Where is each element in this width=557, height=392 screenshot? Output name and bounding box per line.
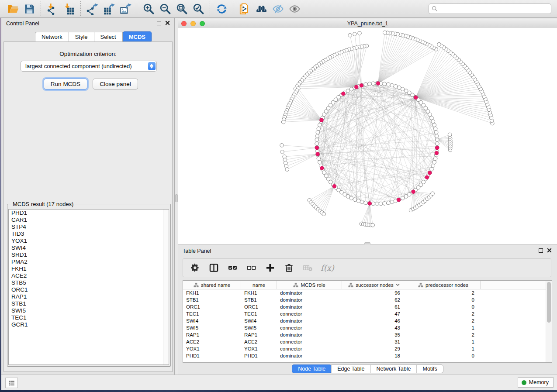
show-hidden-button[interactable] xyxy=(286,1,303,16)
trash-icon xyxy=(284,263,294,273)
network-canvas[interactable] xyxy=(178,28,557,244)
float-table-panel-icon[interactable] xyxy=(539,248,543,253)
find-neighbors-button[interactable] xyxy=(253,1,270,16)
refresh-layout-button[interactable] xyxy=(213,1,230,16)
mcds-result-item[interactable]: ORC1 xyxy=(9,286,169,293)
column-header-successor-nodes[interactable]: successor nodes xyxy=(342,281,406,289)
mcds-result-item[interactable]: FKH1 xyxy=(9,265,169,272)
mcds-list-scrollbar[interactable] xyxy=(163,210,169,364)
hide-selected-button[interactable] xyxy=(270,1,286,16)
export-image-button[interactable] xyxy=(117,1,134,16)
table-scrollbar[interactable] xyxy=(546,281,552,362)
cell-name: PHD1 xyxy=(241,353,277,358)
zoom-in-button[interactable] xyxy=(140,1,157,16)
splitter-grip-icon[interactable] xyxy=(175,194,178,202)
export-network-button[interactable] xyxy=(84,1,100,16)
tab-select[interactable]: Select xyxy=(94,32,123,42)
table-settings-button[interactable] xyxy=(189,262,201,274)
mcds-result-item[interactable]: SRD1 xyxy=(9,251,169,258)
mcds-result-item[interactable]: ACE2 xyxy=(9,272,169,279)
search-icon xyxy=(432,6,438,12)
binoculars-icon xyxy=(256,3,267,15)
save-session-button[interactable] xyxy=(21,1,38,16)
table-row[interactable]: ACE2ACE2connector311 xyxy=(183,338,546,345)
close-panel-button[interactable]: Close panel xyxy=(93,79,138,89)
mcds-result-item[interactable]: STP4 xyxy=(9,224,169,230)
hierarchy-icon xyxy=(348,282,353,288)
network-window-titlebar[interactable]: YPA_prune.txt_1 xyxy=(178,19,557,28)
uncheck-all-icon xyxy=(246,263,256,273)
zoom-fit-button[interactable] xyxy=(173,1,190,16)
table-row[interactable]: YOX1YOX1connector291 xyxy=(183,345,546,352)
memory-status-icon xyxy=(522,380,526,385)
mcds-result-item[interactable]: TID3 xyxy=(9,230,169,237)
mcds-result-item[interactable]: GCR1 xyxy=(9,321,169,328)
tab-network-table[interactable]: Network Table xyxy=(370,365,417,373)
delete-column-button[interactable] xyxy=(283,262,294,274)
deselect-all-rows-button[interactable] xyxy=(246,262,257,274)
mcds-tab-content: Optimization criterion: largest connecte… xyxy=(3,41,173,372)
table-scrollbar-thumb[interactable] xyxy=(547,282,551,323)
toggle-panel-mode-button[interactable] xyxy=(208,262,219,274)
close-panel-icon[interactable] xyxy=(165,21,170,25)
column-header-name[interactable]: name xyxy=(241,281,277,289)
network-from-selection-button[interactable] xyxy=(236,1,253,16)
cell-name: RAP1 xyxy=(241,332,277,337)
mcds-result-item[interactable]: YOX1 xyxy=(9,237,169,244)
mcds-result-item[interactable]: SWI4 xyxy=(9,244,169,251)
table-row[interactable]: STB1STB1dominator620 xyxy=(183,296,546,303)
cell-successor_nodes: 96 xyxy=(342,290,406,296)
hierarchy-icon xyxy=(194,282,199,288)
table-row[interactable]: SWI5SWI5connector431 xyxy=(183,324,546,331)
tab-edge-table[interactable]: Edge Table xyxy=(331,365,370,373)
panel-splitter-vertical[interactable] xyxy=(175,18,178,375)
mcds-result-list[interactable]: PHD1CAR1STP4TID3YOX1SWI4SRD1PMA2FKH1ACE2… xyxy=(8,209,169,365)
search-input[interactable] xyxy=(429,3,551,14)
run-mcds-button[interactable]: Run MCDS xyxy=(44,79,87,89)
tab-node-table[interactable]: Node Table xyxy=(292,364,332,373)
import-network-button[interactable] xyxy=(44,1,61,16)
network-graph[interactable] xyxy=(178,28,557,244)
table-toolbar: f(x) xyxy=(183,258,551,277)
column-header-predecessor-nodes[interactable]: predecessor nodes xyxy=(406,281,481,289)
mcds-result-item[interactable]: CAR1 xyxy=(9,217,169,224)
hierarchy-icon xyxy=(293,282,298,288)
table-row[interactable]: SWI4SWI4dominator462 xyxy=(183,317,546,324)
memory-button[interactable]: Memory xyxy=(518,377,554,388)
table-row[interactable]: RAP1RAP1dominator352 xyxy=(183,331,546,338)
table-row[interactable]: FKH1FKH1dominator962 xyxy=(183,289,546,296)
mcds-result-item[interactable]: RAP1 xyxy=(9,293,169,300)
close-table-panel-icon[interactable] xyxy=(547,248,552,253)
table-row[interactable]: TEC1TEC1connector472 xyxy=(183,310,546,317)
cell-shared_name: ACE2 xyxy=(183,339,241,344)
zoom-selected-button[interactable] xyxy=(190,1,207,16)
memory-label: Memory xyxy=(529,379,549,385)
mcds-result-item[interactable]: PMA2 xyxy=(9,258,169,265)
tab-mcds[interactable]: MCDS xyxy=(123,31,152,42)
mcds-result-item[interactable]: SWI5 xyxy=(9,307,169,314)
cell-mcds_role: dominator xyxy=(277,353,342,358)
column-header-shared-name[interactable]: shared name xyxy=(183,281,241,289)
cell-successor_nodes: 35 xyxy=(342,332,406,337)
column-header-MCDS-role[interactable]: MCDS role xyxy=(277,281,342,289)
mcds-result-item[interactable]: PHD1 xyxy=(9,210,169,217)
table-row[interactable]: PHD1PHD1dominator180 xyxy=(183,352,546,359)
mcds-result-item[interactable]: STB1 xyxy=(9,300,169,307)
zoom-out-button[interactable] xyxy=(157,1,173,16)
tab-motifs[interactable]: Motifs xyxy=(416,365,443,373)
criterion-dropdown[interactable]: largest connected component (undirected) xyxy=(21,61,157,72)
cell-predecessor_nodes: 2 xyxy=(406,318,481,323)
export-table-button[interactable] xyxy=(100,1,117,16)
mcds-result-item[interactable]: TEC1 xyxy=(9,314,169,321)
cell-shared_name: SWI4 xyxy=(183,318,241,323)
tab-style[interactable]: Style xyxy=(69,32,94,42)
tab-network[interactable]: Network xyxy=(35,32,69,42)
select-all-rows-button[interactable] xyxy=(227,262,238,274)
float-panel-icon[interactable] xyxy=(157,21,161,25)
add-column-button[interactable] xyxy=(264,262,276,274)
table-row[interactable]: ORC1ORC1dominator610 xyxy=(183,303,546,310)
import-table-button[interactable] xyxy=(61,1,77,16)
task-history-button[interactable] xyxy=(5,378,18,388)
open-session-button[interactable] xyxy=(4,1,21,16)
mcds-result-item[interactable]: STB5 xyxy=(9,279,169,286)
